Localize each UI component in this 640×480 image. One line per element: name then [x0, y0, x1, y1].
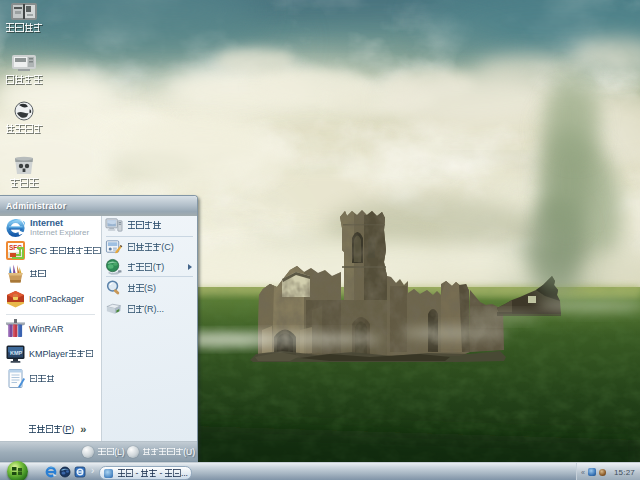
svg-text:KMP: KMP: [10, 350, 23, 356]
